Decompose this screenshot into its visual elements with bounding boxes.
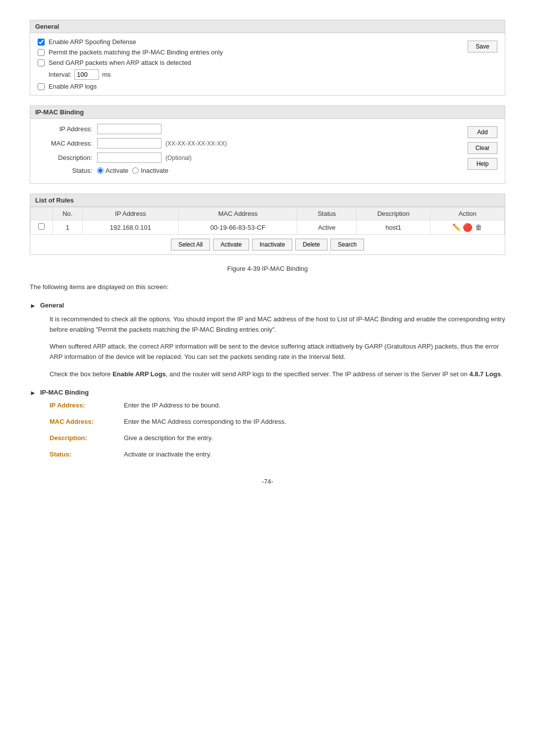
def-desc-desc: Give a description for the entry. <box>119 434 505 442</box>
help-button[interactable]: Help <box>468 158 497 170</box>
inactivate-label[interactable]: Inactivate <box>132 167 168 174</box>
row-no: 1 <box>53 220 82 235</box>
description-hint: (Optional) <box>165 154 192 161</box>
def-ip-desc: Enter the IP Address to be bound. <box>119 402 505 409</box>
mac-address-hint: (XX-XX-XX-XX-XX-XX) <box>165 140 227 147</box>
list-of-rules-header: List of Rules <box>30 194 505 207</box>
search-button[interactable]: Search <box>330 239 364 251</box>
def-description: Description: Give a description for the … <box>50 434 505 442</box>
add-button[interactable]: Add <box>468 126 497 138</box>
list-of-rules-body: No. IP Address MAC Address Status Descri… <box>30 207 505 254</box>
ip-address-form-row: IP Address: <box>38 124 458 134</box>
def-desc-term: Description: <box>50 434 119 442</box>
col-header-no: No. <box>53 207 82 220</box>
binding-buttons: Add Clear Help <box>458 124 497 178</box>
permit-packets-label: Permit the packets matching the IP-MAC B… <box>49 49 223 56</box>
send-garp-checkbox[interactable] <box>38 59 45 66</box>
mac-address-label: MAC Address: <box>38 140 97 147</box>
enable-arp-logs-row: Enable ARP logs <box>38 83 497 90</box>
row-checkbox[interactable] <box>38 223 45 230</box>
def-mac-term: MAC Address: <box>50 418 119 425</box>
send-garp-row: Send GARP packets when ARP attack is det… <box>38 59 497 66</box>
select-all-button[interactable]: Select All <box>171 239 210 251</box>
action-icons: ✏️ 🔴 🗑 <box>434 223 500 232</box>
interval-label: Interval: <box>49 71 71 78</box>
row-ip: 192.168.0.101 <box>82 220 178 235</box>
description-form-row: Description: (Optional) <box>38 152 458 163</box>
table-row: 1 192.168.0.101 00-19-66-83-53-CF Active… <box>31 220 505 235</box>
mac-address-form-row: MAC Address: (XX-XX-XX-XX-XX-XX) <box>38 138 458 149</box>
page-content: General Save Enable ARP Spoofing Defense… <box>30 20 505 485</box>
general-section-header: ► General <box>30 302 505 309</box>
table-footer: Select All Activate Inactivate Delete Se… <box>30 235 505 254</box>
status-radio-group: Activate Inactivate <box>97 167 168 174</box>
status-form-row: Status: Activate Inactivate <box>38 167 458 174</box>
def-status-term: Status: <box>50 451 119 458</box>
ip-address-input-wrapper <box>97 124 161 134</box>
edit-icon[interactable]: ✏️ <box>452 223 461 232</box>
ip-address-input[interactable] <box>97 124 161 134</box>
general-panel-body: Save Enable ARP Spoofing Defense Permit … <box>30 33 505 95</box>
general-panel: General Save Enable ARP Spoofing Defense… <box>30 20 505 96</box>
general-para-1: It is recommended to check all the optio… <box>50 314 505 335</box>
ip-mac-binding-section-header: ► IP-MAC Binding <box>30 389 505 397</box>
mac-address-input[interactable] <box>97 138 161 149</box>
row-mac: 00-19-66-83-53-CF <box>179 220 297 235</box>
col-header-checkbox <box>31 207 53 220</box>
binding-form: IP Address: MAC Address: (XX-XX-XX-XX-XX… <box>38 124 458 178</box>
status-label: Status: <box>38 167 97 174</box>
list-of-rules-panel: List of Rules No. IP Address MAC Address… <box>30 194 505 255</box>
send-garp-label: Send GARP packets when ARP attack is det… <box>49 59 191 66</box>
def-ip-address: IP Address: Enter the IP Address to be b… <box>50 402 505 409</box>
general-section-body: It is recommended to check all the optio… <box>50 314 505 380</box>
intro-text: The following items are displayed on thi… <box>30 282 505 293</box>
toggle-status-icon[interactable]: 🔴 <box>463 223 472 232</box>
def-status-desc: Activate or inactivate the entry. <box>119 451 505 458</box>
ip-address-label: IP Address: <box>38 125 97 133</box>
delete-icon[interactable]: 🗑 <box>474 223 483 232</box>
rules-table-header-row: No. IP Address MAC Address Status Descri… <box>31 207 505 220</box>
save-button[interactable]: Save <box>468 41 497 52</box>
activate-button[interactable]: Activate <box>213 239 249 251</box>
clear-button[interactable]: Clear <box>468 142 497 154</box>
enable-arp-spoofing-row: Enable ARP Spoofing Defense <box>38 38 497 46</box>
inactivate-text: Inactivate <box>141 167 168 174</box>
row-checkbox-cell <box>31 220 53 235</box>
description-input[interactable] <box>97 152 161 163</box>
figure-caption: Figure 4-39 IP-MAC Binding <box>30 265 505 272</box>
general-para-3: Check the box before Enable ARP Logs, an… <box>50 369 505 380</box>
def-mac-address: MAC Address: Enter the MAC Address corre… <box>50 418 505 425</box>
row-status: Active <box>297 220 357 235</box>
col-header-status: Status <box>297 207 357 220</box>
col-header-ip: IP Address <box>82 207 178 220</box>
permit-packets-checkbox[interactable] <box>38 49 45 56</box>
general-section-title: General <box>40 302 64 309</box>
def-ip-term: IP Address: <box>50 402 119 409</box>
enable-arp-spoofing-checkbox[interactable] <box>38 39 45 46</box>
activate-radio[interactable] <box>97 167 104 174</box>
interval-row: Interval: ms <box>49 69 497 80</box>
row-description: host1 <box>356 220 430 235</box>
general-panel-header: General <box>30 20 505 33</box>
permit-packets-row: Permit the packets matching the IP-MAC B… <box>38 49 497 56</box>
col-header-desc: Description <box>356 207 430 220</box>
description-input-wrapper <box>97 152 161 163</box>
ip-mac-binding-panel-body: IP Address: MAC Address: (XX-XX-XX-XX-XX… <box>30 119 505 183</box>
ip-mac-binding-definitions: IP Address: Enter the IP Address to be b… <box>50 402 505 458</box>
col-header-mac: MAC Address <box>179 207 297 220</box>
activate-label[interactable]: Activate <box>97 167 128 174</box>
row-action: ✏️ 🔴 🗑 <box>430 220 505 235</box>
page-number: -74- <box>30 478 505 485</box>
col-header-action: Action <box>430 207 505 220</box>
ip-mac-binding-panel: IP-MAC Binding IP Address: MAC Address: … <box>30 105 505 184</box>
ip-mac-binding-panel-header: IP-MAC Binding <box>30 106 505 119</box>
enable-arp-logs-checkbox[interactable] <box>38 83 45 90</box>
delete-button[interactable]: Delete <box>295 239 327 251</box>
enable-arp-logs-label: Enable ARP logs <box>49 83 97 90</box>
inactivate-radio[interactable] <box>132 167 139 174</box>
def-status: Status: Activate or inactivate the entry… <box>50 451 505 458</box>
inactivate-button[interactable]: Inactivate <box>252 239 292 251</box>
interval-input[interactable] <box>74 69 99 80</box>
activate-text: Activate <box>106 167 128 174</box>
save-btn-container: Save <box>468 41 497 54</box>
